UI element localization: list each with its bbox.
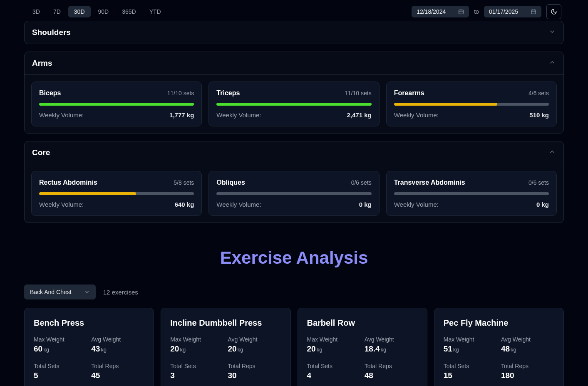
stat-total-sets: Total Sets 3	[170, 363, 223, 380]
muscle-sets: 0/6 sets	[351, 179, 372, 186]
weekly-volume-label: Weekly Volume:	[216, 201, 261, 208]
weekly-volume-label: Weekly Volume:	[394, 111, 439, 119]
stat-total-reps: Total Reps 45	[91, 363, 144, 380]
range-tab-3d[interactable]: 3D	[27, 6, 46, 17]
group-title: Arms	[32, 59, 52, 68]
stat-value: 43kg	[91, 344, 144, 354]
muscle-name: Triceps	[216, 89, 240, 97]
stat-label: Max Weight	[307, 336, 360, 343]
muscle-card: Forearms 4/6 sets Weekly Volume: 510 kg	[386, 82, 557, 126]
weekly-volume-value: 2,471 kg	[347, 111, 371, 119]
stat-total-sets: Total Sets 15	[444, 363, 497, 380]
chevron-down-icon	[84, 289, 90, 295]
section-title-exercise-analysis: Exercise Analysis	[24, 248, 564, 268]
range-tab-ytd[interactable]: YTD	[144, 6, 167, 17]
stat-label: Total Reps	[228, 363, 281, 369]
date-from-value: 12/18/2024	[417, 8, 446, 15]
stat-label: Avg Weight	[91, 336, 144, 343]
group-header-arms[interactable]: Arms	[25, 52, 563, 74]
progress-bar	[216, 103, 371, 106]
date-controls: 12/18/2024 to 01/17/2025	[412, 4, 561, 19]
chevron-up-icon	[548, 59, 556, 68]
stat-value: 18.4kg	[365, 344, 418, 354]
weekly-volume-label: Weekly Volume:	[39, 111, 84, 119]
group-body-core: Rectus Abdominis 5/8 sets Weekly Volume:…	[25, 164, 563, 223]
stat-avg-weight: Avg Weight 18.4kg	[365, 336, 418, 354]
stat-label: Avg Weight	[365, 336, 418, 343]
date-to-input[interactable]: 01/17/2025	[484, 6, 541, 17]
muscle-name: Obliques	[216, 179, 245, 186]
muscle-name: Biceps	[39, 89, 61, 97]
muscle-sets: 5/8 sets	[174, 179, 194, 186]
calendar-icon	[458, 9, 464, 15]
calendar-icon	[531, 9, 536, 15]
stat-label: Max Weight	[444, 336, 497, 343]
progress-bar	[394, 192, 549, 195]
select-value: Back And Chest	[30, 289, 72, 295]
progress-bar	[39, 103, 194, 106]
stat-label: Max Weight	[34, 336, 87, 343]
range-tab-90d[interactable]: 90D	[92, 6, 115, 17]
stat-max-weight: Max Weight 60kg	[34, 336, 87, 354]
muscle-sets: 4/6 sets	[528, 90, 549, 96]
stat-value: 48kg	[501, 344, 554, 354]
muscle-group-shoulders: Shoulders	[24, 21, 564, 44]
stat-value: 15	[444, 371, 497, 380]
stat-total-reps: Total Reps 48	[365, 363, 418, 380]
date-to-value: 01/17/2025	[489, 8, 518, 15]
muscle-sets: 11/10 sets	[345, 90, 372, 96]
stat-value: 60kg	[34, 344, 87, 354]
range-tab-7d[interactable]: 7D	[47, 6, 67, 17]
progress-bar	[216, 192, 371, 195]
stat-value: 5	[34, 371, 87, 380]
exercise-name: Barbell Row	[307, 318, 418, 328]
date-separator: to	[474, 8, 479, 15]
muscle-card: Biceps 11/10 sets Weekly Volume: 1,777 k…	[31, 82, 202, 126]
exercise-card: Barbell Row Max Weight 20kg Avg Weight 1…	[298, 308, 427, 386]
muscle-group-core: Core Rectus Abdominis 5/8 sets Weekly Vo…	[24, 141, 564, 223]
svg-rect-1	[531, 10, 536, 14]
exercise-count: 12 exercises	[103, 289, 138, 296]
stat-label: Total Reps	[365, 363, 418, 369]
range-tab-365d[interactable]: 365D	[116, 6, 141, 17]
stat-total-sets: Total Sets 5	[34, 363, 87, 380]
exercise-card: Bench Press Max Weight 60kg Avg Weight 4…	[24, 308, 154, 386]
workout-type-select[interactable]: Back And Chest	[24, 285, 96, 299]
group-title: Shoulders	[32, 28, 71, 37]
stat-label: Total Sets	[34, 363, 87, 369]
stat-avg-weight: Avg Weight 43kg	[91, 336, 144, 354]
muscle-name: Rectus Abdominis	[39, 179, 97, 186]
range-tab-30d[interactable]: 30D	[68, 6, 91, 17]
time-range-tabs: 3D 7D 30D 90D 365D YTD	[27, 6, 167, 17]
stat-value: 20kg	[170, 344, 223, 354]
progress-bar-fill	[39, 103, 194, 106]
exercise-name: Incline Dumbbell Press	[170, 318, 281, 328]
stat-label: Avg Weight	[501, 336, 554, 343]
stat-label: Total Sets	[444, 363, 497, 369]
muscle-card: Obliques 0/6 sets Weekly Volume: 0 kg	[208, 171, 379, 216]
muscle-group-arms: Arms Biceps 11/10 sets Weekly Volume: 1,…	[24, 52, 564, 134]
chevron-down-icon	[548, 28, 556, 37]
stat-value: 4	[307, 371, 360, 380]
muscle-sets: 0/6 sets	[528, 179, 549, 186]
stat-value: 48	[365, 371, 418, 380]
group-header-core[interactable]: Core	[25, 141, 563, 164]
stat-value: 30	[228, 371, 281, 380]
stat-value: 20kg	[307, 344, 360, 354]
stat-value: 3	[170, 371, 223, 380]
muscle-card: Rectus Abdominis 5/8 sets Weekly Volume:…	[31, 171, 202, 216]
weekly-volume-value: 0 kg	[536, 201, 549, 208]
stat-max-weight: Max Weight 51kg	[444, 336, 497, 354]
group-title: Core	[32, 148, 50, 157]
theme-toggle-button[interactable]	[546, 4, 561, 19]
stat-label: Total Sets	[307, 363, 360, 369]
group-header-shoulders[interactable]: Shoulders	[25, 21, 563, 44]
exercise-name: Pec Fly Machine	[444, 318, 554, 328]
muscle-name: Transverse Abdominis	[394, 179, 465, 186]
progress-bar	[39, 192, 194, 195]
stat-label: Total Sets	[170, 363, 223, 369]
stat-value: 180	[501, 371, 554, 380]
stat-label: Total Reps	[501, 363, 554, 369]
date-from-input[interactable]: 12/18/2024	[412, 6, 469, 17]
svg-rect-0	[459, 10, 464, 14]
